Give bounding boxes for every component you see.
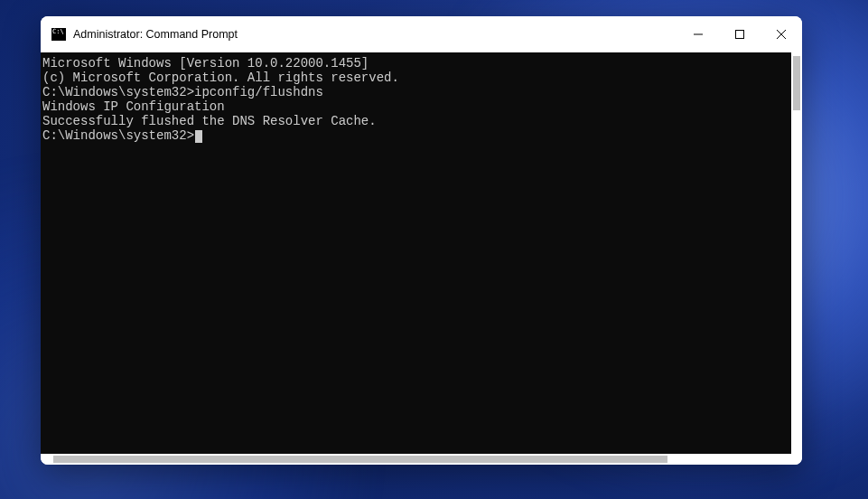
close-button[interactable]	[761, 16, 802, 52]
window-controls	[677, 16, 802, 52]
cursor	[195, 130, 202, 143]
maximize-icon	[735, 30, 744, 39]
terminal-container: Microsoft Windows [Version 10.0.22000.14…	[41, 52, 802, 465]
cmd-icon	[51, 28, 66, 41]
svg-rect-1	[736, 31, 744, 39]
vertical-scrollbar[interactable]	[793, 56, 800, 110]
titlebar[interactable]: Administrator: Command Prompt	[41, 16, 802, 52]
window-title: Administrator: Command Prompt	[73, 28, 677, 41]
terminal-line: C:\Windows\system32>ipconfig/flushdns	[41, 85, 791, 99]
horizontal-scrollbar[interactable]	[53, 456, 667, 463]
terminal-line: (c) Microsoft Corporation. All rights re…	[41, 71, 791, 85]
terminal-output[interactable]: Microsoft Windows [Version 10.0.22000.14…	[41, 52, 791, 454]
command-prompt-window: Administrator: Command Prompt Microsoft	[41, 16, 802, 465]
terminal-line: Windows IP Configuration	[41, 99, 791, 114]
terminal-line: Successfully flushed the DNS Resolver Ca…	[41, 114, 791, 128]
terminal-line: C:\Windows\system32>	[41, 128, 791, 143]
minimize-button[interactable]	[677, 16, 719, 52]
terminal-line: Microsoft Windows [Version 10.0.22000.14…	[41, 56, 791, 71]
minimize-icon	[694, 30, 703, 39]
maximize-button[interactable]	[719, 16, 761, 52]
close-icon	[777, 30, 786, 39]
